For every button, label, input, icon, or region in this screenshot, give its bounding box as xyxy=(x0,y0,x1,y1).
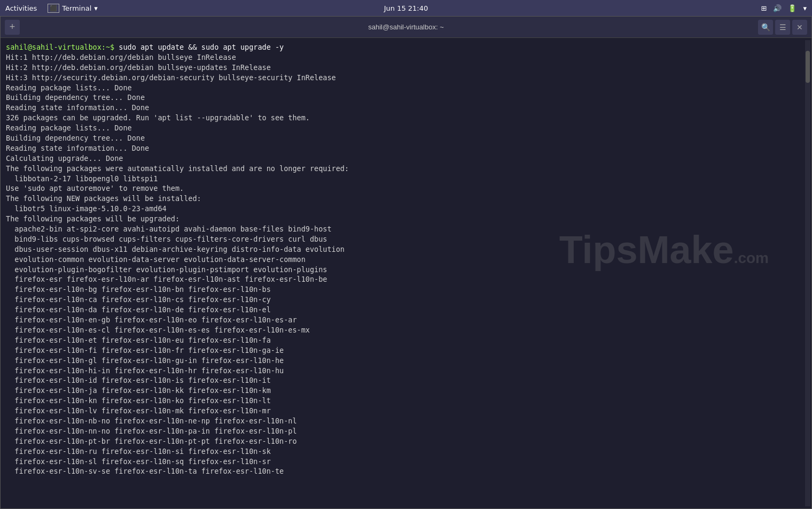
terminal-label: Terminal xyxy=(62,4,91,12)
terminal-titlebar: + sahil@sahil-virtualbox: ~ 🔍 ☰ ✕ xyxy=(1,17,811,38)
volume-icon: 🔊 xyxy=(773,4,782,12)
system-bar-datetime: Jun 15 21:40 xyxy=(384,4,428,12)
terminal-menu-button[interactable]: ⬛ Terminal ▾ xyxy=(48,4,97,13)
terminal-title: sahil@sahil-virtualbox: ~ xyxy=(368,23,443,31)
system-bar: Activities ⬛ Terminal ▾ Jun 15 21:40 ⊞ 🔊… xyxy=(0,0,812,16)
terminal-icon: ⬛ xyxy=(48,4,59,13)
terminal-dropdown-icon: ▾ xyxy=(94,4,98,12)
menu-button[interactable]: ☰ xyxy=(775,20,790,35)
titlebar-right: 🔍 ☰ ✕ xyxy=(758,20,807,35)
terminal-content[interactable]: sahil@sahil-virtualbox:~$ sudo apt updat… xyxy=(1,38,811,508)
system-bar-right: ⊞ 🔊 🔋 ▾ xyxy=(761,4,807,12)
search-button[interactable]: 🔍 xyxy=(758,20,773,35)
scrollbar[interactable] xyxy=(805,40,810,506)
activities-button[interactable]: Activities xyxy=(5,4,37,12)
system-dropdown-icon[interactable]: ▾ xyxy=(803,4,807,12)
terminal-window: + sahil@sahil-virtualbox: ~ 🔍 ☰ ✕ sahil@… xyxy=(0,16,812,509)
scrollbar-thumb[interactable] xyxy=(806,51,810,83)
titlebar-left: + xyxy=(5,20,20,35)
close-button[interactable]: ✕ xyxy=(792,20,807,35)
battery-icon: 🔋 xyxy=(788,4,797,12)
new-tab-button[interactable]: + xyxy=(5,20,20,35)
network-icon: ⊞ xyxy=(761,4,767,12)
system-bar-left: Activities ⬛ Terminal ▾ xyxy=(5,4,98,13)
terminal-output: sahil@sahil-virtualbox:~$ sudo apt updat… xyxy=(2,40,805,506)
